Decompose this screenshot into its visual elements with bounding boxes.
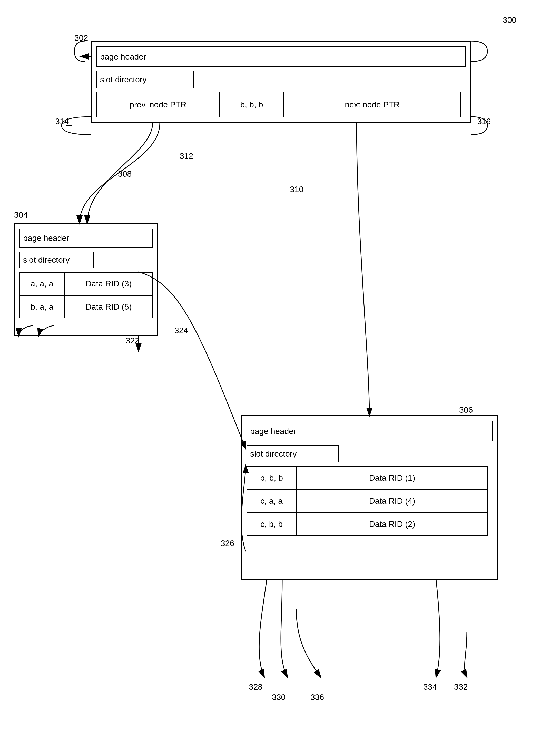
label-304: 304 <box>14 210 28 220</box>
node306-row2-val: Data RID (4) <box>297 489 488 513</box>
node-306: page header slot directory b, b, b Data … <box>241 416 498 580</box>
label-308: 308 <box>118 169 132 179</box>
label-302: 302 <box>74 33 88 43</box>
label-322: 322 <box>126 336 139 346</box>
label-306: 306 <box>459 405 473 415</box>
label-310: 310 <box>290 185 303 194</box>
node300-bbb: b, b, b <box>219 92 284 117</box>
label-312: 312 <box>180 151 193 161</box>
node300-prev-ptr: prev. node PTR <box>96 92 219 117</box>
node300-next-ptr: next node PTR <box>284 92 461 117</box>
label-328: 328 <box>249 682 262 692</box>
node304-row1-val: Data RID (3) <box>64 272 153 295</box>
node300-page-header: page header <box>96 46 466 67</box>
node306-slot-directory: slot directory <box>247 445 339 463</box>
node-300: page header slot directory prev. node PT… <box>91 41 471 123</box>
label-316: 316 <box>477 117 491 126</box>
node306-row1-key: b, b, b <box>247 466 297 489</box>
label-300: 300 <box>503 15 516 25</box>
node306-row3-key: c, b, b <box>247 513 297 535</box>
label-314: 314 <box>55 117 69 126</box>
node304-row2-val: Data RID (5) <box>64 295 153 318</box>
node306-row3-val: Data RID (2) <box>297 513 488 535</box>
label-324: 324 <box>174 326 188 335</box>
node300-slot-directory: slot directory <box>96 70 194 89</box>
node304-page-header: page header <box>19 228 153 248</box>
node306-page-header: page header <box>247 421 493 441</box>
node306-row1-val: Data RID (1) <box>297 466 488 489</box>
node-304: page header slot directory a, a, a Data … <box>14 223 158 336</box>
label-332: 332 <box>454 682 468 692</box>
label-334: 334 <box>423 682 437 692</box>
node304-slot-directory: slot directory <box>19 252 94 268</box>
node304-row2-key: b, a, a <box>19 295 64 318</box>
label-336: 336 <box>310 692 324 702</box>
label-330: 330 <box>272 692 286 702</box>
node304-row1-key: a, a, a <box>19 272 64 295</box>
node306-row2-key: c, a, a <box>247 489 297 513</box>
label-326: 326 <box>221 539 234 548</box>
